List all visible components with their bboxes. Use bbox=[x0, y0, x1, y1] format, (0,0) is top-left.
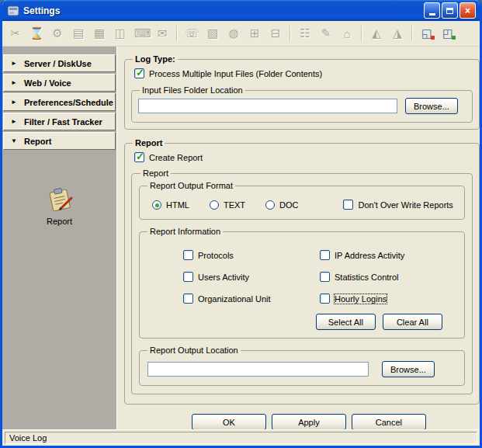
sidebar-item-label: Web / Voice bbox=[24, 78, 71, 88]
maximize-button[interactable] bbox=[442, 2, 458, 19]
apply-button[interactable]: Apply bbox=[272, 414, 346, 430]
radio-label: DOC bbox=[279, 200, 298, 210]
close-button[interactable]: × bbox=[459, 2, 476, 19]
toolbar-icon-11: ◍ bbox=[227, 26, 241, 40]
app-icon bbox=[7, 5, 19, 17]
sidebar-item-preferences-schedule[interactable]: ► Preferences/Schedule bbox=[3, 93, 116, 111]
toolbar-icon-9: ☏ bbox=[185, 26, 199, 40]
clear-all-button[interactable]: Clear All bbox=[383, 314, 442, 330]
chevron-right-icon: ► bbox=[11, 79, 19, 86]
dialog-buttons: OK Apply Cancel bbox=[138, 414, 480, 430]
report-icon-label: Report bbox=[2, 217, 116, 226]
sidebar-item-label: Filter / Fast Tracker bbox=[24, 117, 102, 127]
window-title: Settings bbox=[23, 5, 420, 16]
checkbox-label: Don't Over Write Reports bbox=[359, 200, 453, 210]
toolbar-icon-7: ⌨ bbox=[134, 26, 148, 40]
group-report-inner-title: Report bbox=[140, 168, 171, 178]
radio-circle bbox=[210, 200, 219, 210]
checkbox-label: Create Report bbox=[149, 153, 203, 162]
radio-doc[interactable]: DOC bbox=[265, 200, 298, 210]
checkbox-dont-overwrite-reports[interactable]: Don't Over Write Reports bbox=[343, 200, 453, 210]
checkbox-organizational-unit[interactable]: Organizational Unit bbox=[183, 293, 320, 304]
input-files-folder-location-field[interactable] bbox=[138, 99, 397, 113]
report-output-location-field[interactable] bbox=[147, 362, 369, 377]
checkbox-hourly-logins[interactable]: Hourly Logins bbox=[320, 293, 458, 304]
checkbox-label: Hourly Logins bbox=[335, 294, 387, 304]
sidebar-item-label: Preferences/Schedule bbox=[24, 98, 113, 107]
group-input-folder-title: Input Files Folder Location bbox=[140, 85, 245, 95]
checkbox-statistics-control[interactable]: Statistics Control bbox=[320, 272, 458, 282]
group-report-output-location: Report Output Location Browse... bbox=[139, 346, 465, 386]
checkbox-protocols[interactable]: Protocols bbox=[183, 250, 320, 260]
sidebar-item-label: Report bbox=[24, 137, 51, 146]
chevron-right-icon: ► bbox=[11, 99, 19, 106]
cancel-button[interactable]: Cancel bbox=[352, 414, 426, 430]
toolbar-separator bbox=[411, 26, 413, 41]
main-panel: Log Type: Process Multiple Input Files (… bbox=[116, 47, 482, 429]
toolbar-icon-12: ⊞ bbox=[248, 26, 262, 40]
radio-circle bbox=[152, 200, 161, 210]
toolbar: ✂ ⌛ ⚙ ▤ ▦ ◫ ⌨ ✉ ☏ ▧ ◍ ⊞ ⊟ ☷ ✎ ⌂ ◭ ◮ ◱ ◰ bbox=[2, 21, 480, 47]
group-report-title: Report bbox=[133, 138, 165, 148]
toolbar-separator bbox=[176, 26, 178, 41]
checkbox-box bbox=[183, 250, 193, 260]
minimize-button[interactable] bbox=[424, 2, 440, 19]
select-all-button[interactable]: Select All bbox=[316, 314, 376, 330]
checkbox-label: IP Address Activity bbox=[335, 251, 404, 260]
checkbox-label: Statistics Control bbox=[335, 273, 399, 282]
toolbar-icon-display-off[interactable]: ◱ bbox=[420, 26, 434, 40]
status-text: Voice Log bbox=[5, 432, 477, 444]
checkbox-box bbox=[134, 68, 144, 78]
sidebar-item-web-voice[interactable]: ► Web / Voice bbox=[3, 74, 116, 92]
checkbox-label: Users Activity bbox=[198, 273, 249, 282]
checkbox-box bbox=[343, 200, 353, 210]
group-report: Report Create Report Report Report Outpu… bbox=[124, 138, 480, 405]
group-report-output-format: Report Output Format HTML TEXT bbox=[139, 181, 465, 220]
toolbar-icon-10: ▧ bbox=[206, 26, 220, 40]
group-output-location-title: Report Output Location bbox=[147, 346, 241, 355]
chevron-right-icon: ► bbox=[11, 118, 19, 125]
group-log-type-title: Log Type: bbox=[133, 54, 178, 64]
titlebar: Settings × bbox=[2, 0, 480, 21]
ok-button[interactable]: OK bbox=[192, 414, 266, 430]
group-output-format-title: Report Output Format bbox=[147, 181, 235, 190]
toolbar-icon-3: ⚙ bbox=[50, 26, 64, 40]
checkbox-box bbox=[320, 293, 330, 304]
toolbar-icon-16: ⌂ bbox=[340, 27, 354, 40]
toolbar-separator bbox=[361, 26, 362, 41]
checkbox-box bbox=[134, 152, 144, 162]
radio-label: TEXT bbox=[224, 200, 245, 210]
report-section-indicator: Report bbox=[2, 187, 116, 226]
toolbar-separator bbox=[290, 26, 291, 41]
radio-text[interactable]: TEXT bbox=[210, 200, 245, 210]
radio-circle bbox=[265, 200, 275, 210]
checkbox-process-multiple-input-files[interactable]: Process Multiple Input Files (Folder Con… bbox=[134, 68, 322, 78]
toolbar-icon-4: ▤ bbox=[71, 26, 85, 40]
checkbox-label: Organizational Unit bbox=[198, 294, 271, 304]
close-icon: × bbox=[465, 5, 470, 16]
toolbar-icon-14: ☷ bbox=[298, 26, 312, 40]
chevron-right-icon: ► bbox=[11, 60, 19, 67]
sidebar-item-report[interactable]: ▼ Report bbox=[3, 132, 116, 150]
toolbar-icon-8: ✉ bbox=[155, 26, 169, 40]
settings-window: Settings × ✂ ⌛ ⚙ ▤ ▦ ◫ ⌨ ✉ ☏ ▧ ◍ ⊞ ⊟ ☷ ✎… bbox=[0, 0, 482, 448]
toolbar-icon-2: ⌛ bbox=[29, 26, 43, 40]
checkbox-label: Process Multiple Input Files (Folder Con… bbox=[149, 69, 322, 78]
group-input-files-folder-location: Input Files Folder Location Browse... bbox=[131, 85, 473, 123]
checkbox-box bbox=[183, 272, 193, 282]
browse-output-location-button[interactable]: Browse... bbox=[382, 361, 435, 377]
checkbox-create-report[interactable]: Create Report bbox=[134, 152, 203, 162]
checkbox-box bbox=[320, 250, 330, 260]
checkbox-ip-address-activity[interactable]: IP Address Activity bbox=[320, 250, 458, 260]
checkbox-users-activity[interactable]: Users Activity bbox=[183, 272, 320, 282]
toolbar-icon-display-on[interactable]: ◰ bbox=[441, 26, 455, 40]
sidebar-item-server-diskuse[interactable]: ► Server / DiskUse bbox=[3, 54, 116, 72]
radio-label: HTML bbox=[166, 200, 189, 210]
browse-input-folder-button[interactable]: Browse... bbox=[405, 98, 458, 114]
toolbar-icon-15: ✎ bbox=[319, 26, 333, 40]
toolbar-icon-1: ✂ bbox=[9, 26, 23, 40]
status-bar: Voice Log bbox=[2, 429, 480, 446]
maximize-icon bbox=[446, 8, 453, 14]
radio-html[interactable]: HTML bbox=[152, 200, 189, 210]
sidebar-item-filter-fast-tracker[interactable]: ► Filter / Fast Tracker bbox=[3, 113, 116, 130]
